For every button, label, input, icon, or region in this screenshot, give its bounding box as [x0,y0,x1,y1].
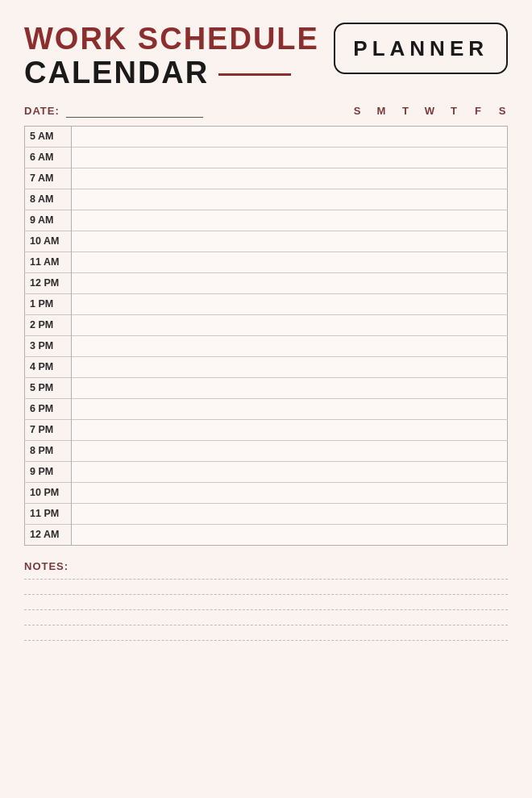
table-row[interactable]: 5 AM [25,126,508,147]
schedule-content-cell[interactable] [72,126,508,147]
date-row: DATE: S M T W T F S [24,105,508,118]
title-block: WORK SCHEDULE CALENDAR [24,23,319,90]
day-t1: T [400,105,411,117]
table-row[interactable]: 8 AM [25,189,508,210]
date-input-line[interactable] [66,105,203,118]
notes-line-3[interactable] [24,609,508,610]
schedule-content-cell[interactable] [72,210,508,231]
schedule-content-cell[interactable] [72,335,508,356]
notes-line-5[interactable] [24,640,508,641]
table-row[interactable]: 12 AM [25,524,508,545]
schedule-content-cell[interactable] [72,461,508,482]
table-row[interactable]: 6 PM [25,398,508,419]
header: WORK SCHEDULE CALENDAR PLANNER [24,23,508,90]
day-s2: S [497,105,508,117]
planner-label: PLANNER [353,36,488,61]
schedule-content-cell[interactable] [72,251,508,272]
table-row[interactable]: 7 AM [25,168,508,189]
notes-lines [24,579,508,641]
time-label: 7 AM [25,168,72,189]
calendar-title: CALENDAR [24,56,209,90]
schedule-content-cell[interactable] [72,189,508,210]
schedule-content-cell[interactable] [72,419,508,440]
schedule-content-cell[interactable] [72,524,508,545]
date-label: DATE: [24,105,60,117]
planner-box: PLANNER [334,23,508,74]
table-row[interactable]: 9 PM [25,461,508,482]
schedule-content-cell[interactable] [72,356,508,377]
time-label: 4 PM [25,356,72,377]
day-t2: T [448,105,459,117]
schedule-content-cell[interactable] [72,293,508,314]
time-label: 8 PM [25,440,72,461]
schedule-content-cell[interactable] [72,482,508,503]
table-row[interactable]: 11 AM [25,251,508,272]
time-label: 8 AM [25,189,72,210]
table-row[interactable]: 1 PM [25,293,508,314]
schedule-content-cell[interactable] [72,272,508,293]
table-row[interactable]: 2 PM [25,314,508,335]
days-row: S M T W T F S [351,105,508,117]
table-row[interactable]: 5 PM [25,377,508,398]
day-w: W [424,105,435,117]
schedule-content-cell[interactable] [72,503,508,524]
time-label: 2 PM [25,314,72,335]
time-label: 1 PM [25,293,72,314]
table-row[interactable]: 11 PM [25,503,508,524]
time-label: 11 AM [25,251,72,272]
table-row[interactable]: 12 PM [25,272,508,293]
schedule-content-cell[interactable] [72,314,508,335]
notes-line-2[interactable] [24,594,508,595]
notes-line-1[interactable] [24,579,508,580]
schedule-table: 5 AM6 AM7 AM8 AM9 AM10 AM11 AM12 PM1 PM2… [24,126,508,546]
notes-line-4[interactable] [24,625,508,626]
time-label: 3 PM [25,335,72,356]
notes-label: NOTES: [24,560,508,572]
schedule-content-cell[interactable] [72,147,508,168]
title-divider [218,73,291,76]
day-s1: S [351,105,363,117]
day-m: M [376,105,387,117]
work-schedule-title: WORK SCHEDULE [24,23,319,56]
table-row[interactable]: 10 AM [25,231,508,251]
time-label: 9 AM [25,210,72,231]
schedule-content-cell[interactable] [72,398,508,419]
time-label: 10 AM [25,231,72,251]
schedule-content-cell[interactable] [72,168,508,189]
table-row[interactable]: 9 AM [25,210,508,231]
time-label: 6 AM [25,147,72,168]
time-label: 5 PM [25,377,72,398]
time-label: 9 PM [25,461,72,482]
page: WORK SCHEDULE CALENDAR PLANNER DATE: S M… [0,0,532,798]
table-row[interactable]: 10 PM [25,482,508,503]
time-label: 5 AM [25,126,72,147]
schedule-content-cell[interactable] [72,231,508,251]
table-row[interactable]: 8 PM [25,440,508,461]
time-label: 12 AM [25,524,72,545]
time-label: 6 PM [25,398,72,419]
time-label: 7 PM [25,419,72,440]
schedule-content-cell[interactable] [72,377,508,398]
day-f: F [472,105,484,117]
time-label: 10 PM [25,482,72,503]
table-row[interactable]: 3 PM [25,335,508,356]
time-label: 11 PM [25,503,72,524]
table-row[interactable]: 6 AM [25,147,508,168]
table-row[interactable]: 4 PM [25,356,508,377]
schedule-content-cell[interactable] [72,440,508,461]
notes-section: NOTES: [24,560,508,779]
time-label: 12 PM [25,272,72,293]
calendar-row: CALENDAR [24,56,319,90]
table-row[interactable]: 7 PM [25,419,508,440]
